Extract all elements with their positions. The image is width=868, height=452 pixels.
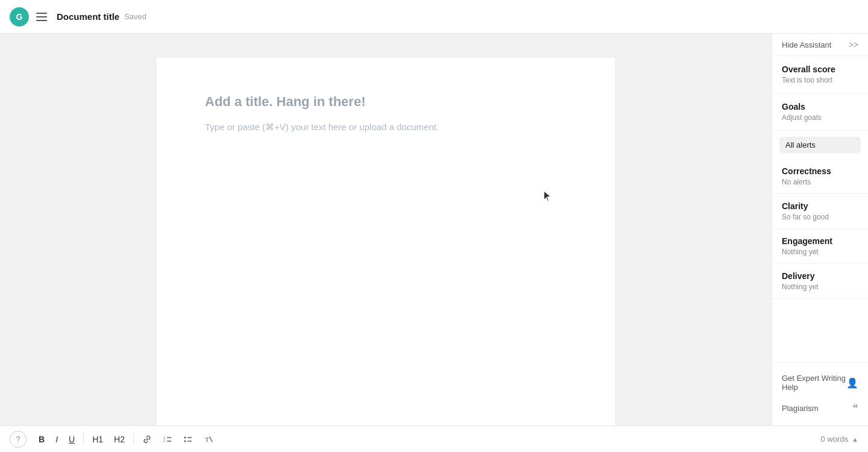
svg-text:T: T (205, 436, 209, 443)
goals-title: Goals (782, 102, 858, 111)
chevron-right-icon[interactable]: >> (849, 40, 858, 49)
quote-icon: ❝ (852, 401, 858, 415)
word-count-chevron-icon[interactable]: ▲ (852, 436, 858, 443)
goals-section[interactable]: Goals Adjust goals (772, 93, 868, 131)
sidebar-header[interactable]: Hide Assistant >> (772, 34, 868, 56)
svg-text:2.: 2. (163, 439, 166, 442)
word-count-label: 0 words (821, 435, 849, 444)
separator-2 (133, 433, 134, 445)
svg-point-4 (184, 436, 186, 438)
editor-placeholder-title: Add a title. Hang in there! (205, 94, 567, 110)
italic-button[interactable]: I (52, 432, 61, 447)
cursor-icon (542, 190, 552, 202)
category-title: Clarity (782, 201, 858, 211)
expert-help-label: Get Expert Writing Help (782, 374, 846, 392)
category-clarity[interactable]: Clarity So far so good (772, 194, 868, 229)
overall-score-section[interactable]: Overall score Text is too short (772, 56, 868, 93)
doc-title-area: Document title Saved (57, 11, 146, 22)
separator-1 (83, 433, 84, 445)
ordered-list-icon: 1. 2. (163, 435, 172, 444)
all-alerts-button[interactable]: All alerts (779, 137, 861, 153)
doc-title[interactable]: Document title (57, 11, 119, 22)
word-count-area: 0 words ▲ (821, 435, 858, 444)
hide-assistant-label[interactable]: Hide Assistant (782, 40, 831, 49)
underline-button[interactable]: U (65, 432, 78, 447)
link-icon (142, 435, 152, 444)
person-icon: 👤 (846, 377, 858, 389)
help-button[interactable]: ? (10, 431, 27, 448)
plagiarism-label: Plagiarism (782, 404, 819, 413)
bottom-toolbar: ? B I U H1 H2 1. 2. T 0 wo (0, 425, 868, 452)
sidebar-footer: Get Expert Writing Help 👤 Plagiarism ❝ (772, 362, 868, 425)
overall-score-title: Overall score (782, 64, 858, 74)
avatar[interactable]: G (10, 7, 29, 27)
category-engagement[interactable]: Engagement Nothing yet (772, 229, 868, 264)
ordered-list-button[interactable]: 1. 2. (159, 432, 176, 447)
unordered-list-button[interactable] (180, 432, 197, 447)
expert-help-item[interactable]: Get Expert Writing Help 👤 (782, 369, 858, 397)
overall-score-subtitle: Text is too short (782, 76, 858, 84)
unordered-list-icon (183, 435, 193, 444)
header: G Document title Saved (0, 0, 868, 34)
category-subtitle: Nothing yet (782, 283, 858, 291)
editor-area[interactable]: Add a title. Hang in there! Type or past… (0, 34, 772, 425)
main-layout: Add a title. Hang in there! Type or past… (0, 34, 868, 425)
categories-container: Correctness No alerts Clarity So far so … (772, 159, 868, 299)
saved-label: Saved (124, 12, 146, 21)
right-sidebar: Hide Assistant >> Overall score Text is … (772, 34, 868, 425)
svg-point-5 (184, 440, 186, 442)
clear-formatting-button[interactable]: T (200, 432, 217, 447)
category-delivery[interactable]: Delivery Nothing yet (772, 264, 868, 299)
category-title: Engagement (782, 236, 858, 246)
svg-line-9 (210, 437, 212, 442)
h2-button[interactable]: H2 (110, 432, 128, 447)
category-subtitle: No alerts (782, 178, 858, 186)
link-button[interactable] (139, 432, 156, 447)
category-title: Delivery (782, 271, 858, 281)
editor-placeholder-body: Type or paste (⌘+V) your text here or up… (205, 122, 567, 133)
clear-formatting-icon: T (204, 435, 213, 444)
category-title: Correctness (782, 166, 858, 176)
bold-button[interactable]: B (35, 432, 48, 447)
menu-icon[interactable] (36, 13, 47, 21)
editor-paper[interactable]: Add a title. Hang in there! Type or past… (157, 58, 615, 425)
goals-subtitle: Adjust goals (782, 113, 858, 122)
plagiarism-item[interactable]: Plagiarism ❝ (782, 397, 858, 419)
category-correctness[interactable]: Correctness No alerts (772, 159, 868, 194)
category-subtitle: So far so good (782, 213, 858, 221)
category-subtitle: Nothing yet (782, 248, 858, 256)
h1-button[interactable]: H1 (89, 432, 107, 447)
